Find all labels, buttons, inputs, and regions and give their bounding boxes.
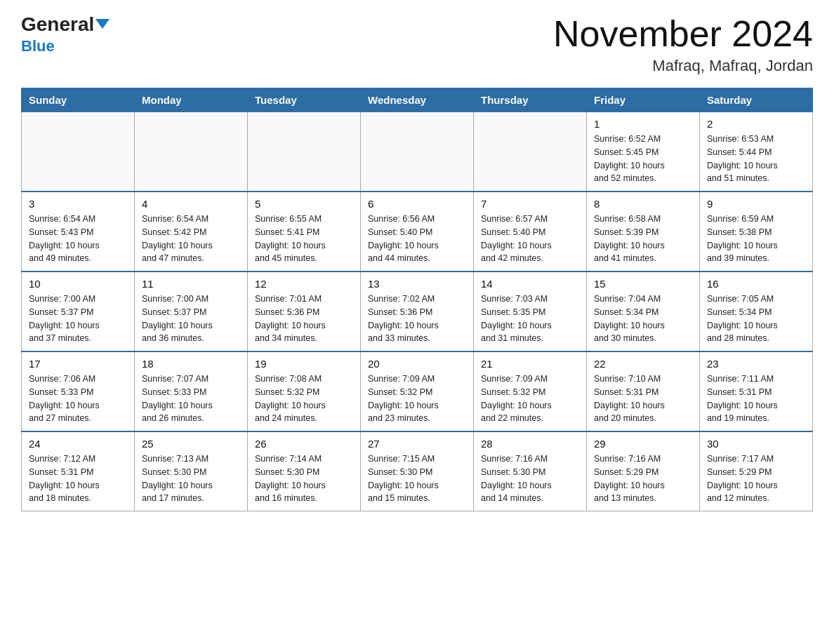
day-number: 10 bbox=[29, 278, 127, 290]
day-number: 15 bbox=[594, 278, 692, 290]
header-friday: Friday bbox=[587, 88, 700, 112]
cell-info: Sunrise: 7:16 AM Sunset: 5:29 PM Dayligh… bbox=[594, 452, 692, 505]
calendar-cell: 20Sunrise: 7:09 AM Sunset: 5:32 PM Dayli… bbox=[361, 351, 474, 431]
day-number: 22 bbox=[594, 358, 692, 370]
cell-info: Sunrise: 7:08 AM Sunset: 5:32 PM Dayligh… bbox=[255, 373, 353, 425]
calendar-week-row: 3Sunrise: 6:54 AM Sunset: 5:43 PM Daylig… bbox=[22, 192, 813, 271]
cell-info: Sunrise: 7:12 AM Sunset: 5:31 PM Dayligh… bbox=[29, 452, 127, 505]
day-number: 28 bbox=[481, 438, 579, 450]
calendar-cell: 23Sunrise: 7:11 AM Sunset: 5:31 PM Dayli… bbox=[700, 351, 813, 431]
day-number: 14 bbox=[481, 278, 579, 290]
cell-info: Sunrise: 7:05 AM Sunset: 5:34 PM Dayligh… bbox=[707, 293, 805, 345]
cell-info: Sunrise: 6:58 AM Sunset: 5:39 PM Dayligh… bbox=[594, 213, 692, 265]
calendar-cell: 16Sunrise: 7:05 AM Sunset: 5:34 PM Dayli… bbox=[700, 271, 813, 351]
logo-triangle-icon bbox=[95, 19, 110, 29]
calendar-cell bbox=[248, 112, 361, 192]
day-number: 3 bbox=[29, 198, 127, 210]
header-thursday: Thursday bbox=[474, 88, 587, 112]
calendar-cell: 19Sunrise: 7:08 AM Sunset: 5:32 PM Dayli… bbox=[248, 351, 361, 431]
calendar-cell: 17Sunrise: 7:06 AM Sunset: 5:33 PM Dayli… bbox=[22, 351, 135, 431]
cell-info: Sunrise: 7:00 AM Sunset: 5:37 PM Dayligh… bbox=[29, 293, 127, 345]
day-number: 2 bbox=[707, 118, 805, 130]
day-number: 11 bbox=[142, 278, 240, 290]
day-number: 26 bbox=[255, 438, 353, 450]
cell-info: Sunrise: 7:06 AM Sunset: 5:33 PM Dayligh… bbox=[29, 373, 127, 425]
calendar-cell: 7Sunrise: 6:57 AM Sunset: 5:40 PM Daylig… bbox=[474, 192, 587, 271]
logo-subtitle: Blue bbox=[21, 37, 55, 55]
calendar-cell: 8Sunrise: 6:58 AM Sunset: 5:39 PM Daylig… bbox=[587, 192, 700, 271]
calendar-cell bbox=[474, 112, 587, 192]
calendar-location: Mafraq, Mafraq, Jordan bbox=[553, 57, 813, 75]
cell-info: Sunrise: 6:59 AM Sunset: 5:38 PM Dayligh… bbox=[707, 213, 805, 265]
header-monday: Monday bbox=[135, 88, 248, 112]
day-number: 17 bbox=[29, 358, 127, 370]
logo-text: General bbox=[21, 14, 110, 36]
calendar-cell: 10Sunrise: 7:00 AM Sunset: 5:37 PM Dayli… bbox=[22, 271, 135, 351]
cell-info: Sunrise: 7:17 AM Sunset: 5:29 PM Dayligh… bbox=[707, 452, 805, 505]
day-number: 5 bbox=[255, 198, 353, 210]
calendar-table: Sunday Monday Tuesday Wednesday Thursday… bbox=[21, 88, 813, 511]
cell-info: Sunrise: 6:54 AM Sunset: 5:43 PM Dayligh… bbox=[29, 213, 127, 265]
day-number: 9 bbox=[707, 198, 805, 210]
calendar-cell: 13Sunrise: 7:02 AM Sunset: 5:36 PM Dayli… bbox=[361, 271, 474, 351]
calendar-cell: 27Sunrise: 7:15 AM Sunset: 5:30 PM Dayli… bbox=[361, 431, 474, 511]
calendar-cell: 24Sunrise: 7:12 AM Sunset: 5:31 PM Dayli… bbox=[22, 431, 135, 511]
cell-info: Sunrise: 7:01 AM Sunset: 5:36 PM Dayligh… bbox=[255, 293, 353, 345]
calendar-week-row: 1Sunrise: 6:52 AM Sunset: 5:45 PM Daylig… bbox=[22, 112, 813, 192]
day-number: 13 bbox=[368, 278, 466, 290]
calendar-cell: 1Sunrise: 6:52 AM Sunset: 5:45 PM Daylig… bbox=[587, 112, 700, 192]
day-number: 30 bbox=[707, 438, 805, 450]
day-number: 1 bbox=[594, 118, 692, 130]
cell-info: Sunrise: 7:07 AM Sunset: 5:33 PM Dayligh… bbox=[142, 373, 240, 425]
day-number: 7 bbox=[481, 198, 579, 210]
calendar-cell: 14Sunrise: 7:03 AM Sunset: 5:35 PM Dayli… bbox=[474, 271, 587, 351]
calendar-cell: 18Sunrise: 7:07 AM Sunset: 5:33 PM Dayli… bbox=[135, 351, 248, 431]
calendar-cell: 21Sunrise: 7:09 AM Sunset: 5:32 PM Dayli… bbox=[474, 351, 587, 431]
day-number: 21 bbox=[481, 358, 579, 370]
calendar-cell: 4Sunrise: 6:54 AM Sunset: 5:42 PM Daylig… bbox=[135, 192, 248, 271]
day-number: 24 bbox=[29, 438, 127, 450]
day-number: 12 bbox=[255, 278, 353, 290]
cell-info: Sunrise: 7:03 AM Sunset: 5:35 PM Dayligh… bbox=[481, 293, 579, 345]
day-number: 6 bbox=[368, 198, 466, 210]
cell-info: Sunrise: 7:00 AM Sunset: 5:37 PM Dayligh… bbox=[142, 293, 240, 345]
calendar-title: November 2024 bbox=[553, 14, 813, 54]
calendar-cell: 5Sunrise: 6:55 AM Sunset: 5:41 PM Daylig… bbox=[248, 192, 361, 271]
cell-info: Sunrise: 7:11 AM Sunset: 5:31 PM Dayligh… bbox=[707, 373, 805, 425]
calendar-cell bbox=[22, 112, 135, 192]
title-area: November 2024 Mafraq, Mafraq, Jordan bbox=[553, 14, 813, 75]
cell-info: Sunrise: 6:55 AM Sunset: 5:41 PM Dayligh… bbox=[255, 213, 353, 265]
cell-info: Sunrise: 7:13 AM Sunset: 5:30 PM Dayligh… bbox=[142, 452, 240, 505]
calendar-week-row: 17Sunrise: 7:06 AM Sunset: 5:33 PM Dayli… bbox=[22, 351, 813, 431]
calendar-cell: 3Sunrise: 6:54 AM Sunset: 5:43 PM Daylig… bbox=[22, 192, 135, 271]
calendar-cell bbox=[361, 112, 474, 192]
cell-info: Sunrise: 7:16 AM Sunset: 5:30 PM Dayligh… bbox=[481, 452, 579, 505]
calendar-cell: 6Sunrise: 6:56 AM Sunset: 5:40 PM Daylig… bbox=[361, 192, 474, 271]
header-area: General Blue November 2024 Mafraq, Mafra… bbox=[21, 14, 813, 75]
cell-info: Sunrise: 6:54 AM Sunset: 5:42 PM Dayligh… bbox=[142, 213, 240, 265]
header-tuesday: Tuesday bbox=[248, 88, 361, 112]
day-number: 29 bbox=[594, 438, 692, 450]
cell-info: Sunrise: 7:09 AM Sunset: 5:32 PM Dayligh… bbox=[481, 373, 579, 425]
header-row: Sunday Monday Tuesday Wednesday Thursday… bbox=[22, 88, 813, 112]
cell-info: Sunrise: 7:09 AM Sunset: 5:32 PM Dayligh… bbox=[368, 373, 466, 425]
cell-info: Sunrise: 6:57 AM Sunset: 5:40 PM Dayligh… bbox=[481, 213, 579, 265]
calendar-cell: 15Sunrise: 7:04 AM Sunset: 5:34 PM Dayli… bbox=[587, 271, 700, 351]
calendar-cell bbox=[135, 112, 248, 192]
day-number: 19 bbox=[255, 358, 353, 370]
cell-info: Sunrise: 7:15 AM Sunset: 5:30 PM Dayligh… bbox=[368, 452, 466, 505]
calendar-cell: 28Sunrise: 7:16 AM Sunset: 5:30 PM Dayli… bbox=[474, 431, 587, 511]
calendar-cell: 22Sunrise: 7:10 AM Sunset: 5:31 PM Dayli… bbox=[587, 351, 700, 431]
cell-info: Sunrise: 7:14 AM Sunset: 5:30 PM Dayligh… bbox=[255, 452, 353, 505]
calendar-cell: 11Sunrise: 7:00 AM Sunset: 5:37 PM Dayli… bbox=[135, 271, 248, 351]
day-number: 18 bbox=[142, 358, 240, 370]
cell-info: Sunrise: 7:02 AM Sunset: 5:36 PM Dayligh… bbox=[368, 293, 466, 345]
cell-info: Sunrise: 7:10 AM Sunset: 5:31 PM Dayligh… bbox=[594, 373, 692, 425]
calendar-cell: 29Sunrise: 7:16 AM Sunset: 5:29 PM Dayli… bbox=[587, 431, 700, 511]
cell-info: Sunrise: 6:52 AM Sunset: 5:45 PM Dayligh… bbox=[594, 133, 692, 185]
calendar-cell: 26Sunrise: 7:14 AM Sunset: 5:30 PM Dayli… bbox=[248, 431, 361, 511]
header-saturday: Saturday bbox=[700, 88, 813, 112]
day-number: 20 bbox=[368, 358, 466, 370]
day-number: 8 bbox=[594, 198, 692, 210]
header-sunday: Sunday bbox=[22, 88, 135, 112]
